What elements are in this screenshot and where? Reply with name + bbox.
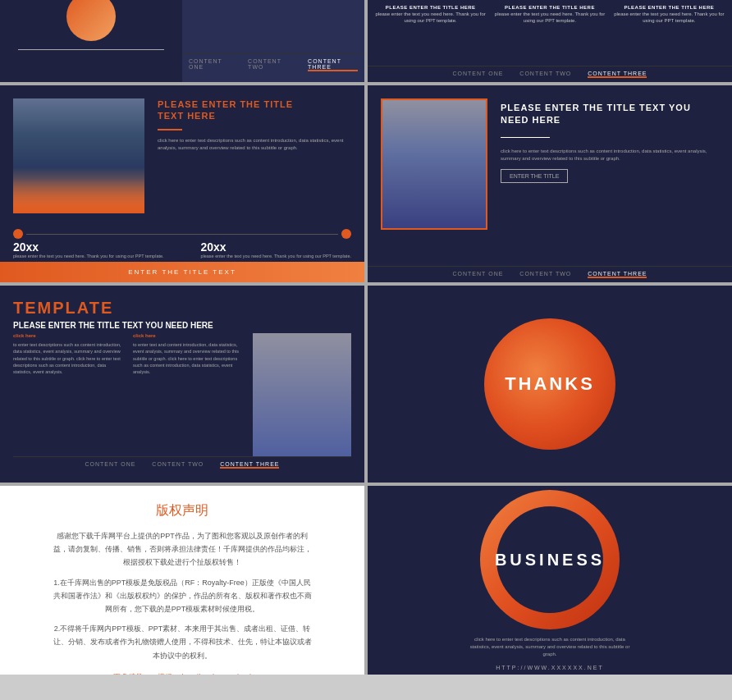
tl-item-2: 20xx please enter the text you need here… (200, 240, 351, 260)
nav-bar-1: CONTENT ONE CONTENT TWO CONTENT THREE (182, 53, 364, 75)
person-silhouette (382, 100, 486, 228)
content-col-2: PLEASE ENTER THE TITLE HERE please enter… (492, 5, 607, 61)
slide-6: THANKS (368, 286, 732, 483)
slide-4-title: PLEASE ENTER THE TITLE TEXT YOU NEED HER… (501, 102, 719, 127)
col3-title: PLEASE ENTER THE TITLE HERE (624, 5, 714, 10)
nav-2-content-one[interactable]: CONTENT ONE (453, 71, 504, 78)
col2-text: please enter the text you need here. Tha… (492, 11, 607, 25)
timeline-years: 20xx please enter the text you need here… (0, 239, 364, 262)
dot-1 (13, 229, 23, 239)
red-divider (158, 129, 182, 130)
slide-4: PLEASE ENTER THE TITLE TEXT YOU NEED HER… (368, 85, 732, 282)
slide-3-top: PLEASE ENTER THE TITLE TEXT HERE click h… (0, 85, 364, 229)
slide-4-right: PLEASE ENTER THE TITLE TEXT YOU NEED HER… (501, 98, 719, 253)
nav-1-content-one[interactable]: CONTENT ONE (189, 58, 231, 71)
building-graphic (13, 98, 144, 213)
footer-btn[interactable]: ENTER THE TITLE TEXT (0, 262, 364, 282)
white-line (501, 137, 550, 138)
slide-8: BUSINESS click here to enter text descri… (368, 486, 732, 675)
copyright-para2: 1.在千库网出售的PPT模板是免版税品（RF：Royalty-Free）正版使《… (51, 576, 313, 616)
col1-text: please enter the text you need here. Tha… (373, 11, 488, 25)
nav-2-content-two[interactable]: CONTENT TWO (519, 71, 571, 78)
thanks-text: THANKS (505, 373, 595, 395)
col3-text: please enter the text you need here. Tha… (611, 11, 727, 25)
business-ring: BUSINESS (480, 490, 620, 629)
nav-bar-5: CONTENT ONE CONTENT TWO CONTENT THREE (13, 456, 351, 473)
building-photo (13, 98, 144, 213)
tl-text-1: please enter the text you need here. Tha… (13, 254, 164, 260)
dot-2 (341, 229, 351, 239)
business-text: BUSINESS (495, 551, 605, 570)
slide-1-left (0, 0, 182, 82)
nav-5-content-two[interactable]: CONTENT TWO (152, 461, 204, 469)
year-1: 20xx (13, 240, 39, 254)
nav-1-content-two[interactable]: CONTENT TWO (248, 58, 291, 71)
tl-text-2: please enter the text you need here. Tha… (200, 254, 351, 260)
click-link-2[interactable]: click here (133, 333, 243, 338)
nav-2-content-three[interactable]: CONTENT THREE (588, 71, 647, 78)
thanks-circle: THANKS (484, 318, 615, 450)
business-desc: click here to enter text descriptions su… (468, 636, 632, 658)
template-title: TEMPLATE (13, 299, 351, 318)
slide-5-content: click here to enter text descriptions su… (13, 333, 351, 456)
nav-4-content-two[interactable]: CONTENT TWO (519, 271, 571, 278)
person-photo-small (253, 333, 351, 456)
slide-1-right: CONTENT ONE CONTENT TWO CONTENT THREE (182, 0, 364, 82)
slide-4-top: PLEASE ENTER THE TITLE TEXT YOU NEED HER… (368, 85, 732, 266)
slide-1: CONTENT ONE CONTENT TWO CONTENT THREE (0, 0, 364, 82)
slide-3: PLEASE ENTER THE TITLE TEXT HERE click h… (0, 85, 364, 282)
nav-4-content-one[interactable]: CONTENT ONE (453, 271, 504, 278)
copyright-title: 版权声明 (156, 502, 208, 519)
slide-5-title: PLEASE ENTER THE TITLE TEXT YOU NEED HER… (13, 321, 351, 330)
col2-title: PLEASE ENTER THE TITLE HERE (505, 5, 595, 10)
link-url: http://588ku.com/ppt/ (181, 673, 250, 675)
nav-4-content-three[interactable]: CONTENT THREE (588, 271, 647, 278)
copyright-para1: 感谢您下载千库网平台上提供的PPT作品，为了图和您客观以及原创作者的利益，请勿复… (51, 529, 313, 570)
slide-5: TEMPLATE PLEASE ENTER THE TITLE TEXT YOU… (0, 286, 364, 483)
click-link-1[interactable]: click here (13, 333, 123, 338)
business-url: HTTP://WWW.XXXXXX.NET (496, 665, 603, 670)
content-col-3: PLEASE ENTER THE TITLE HERE please enter… (611, 5, 727, 61)
nav-bar-4: CONTENT ONE CONTENT TWO CONTENT THREE (368, 266, 732, 282)
slide-3-text: PLEASE ENTER THE TITLE TEXT HERE click h… (158, 98, 351, 216)
link-label: 更多精品PPT模板： (113, 673, 180, 675)
content-col-1: PLEASE ENTER THE TITLE HERE please enter… (373, 5, 488, 61)
slide-2: PLEASE ENTER THE TITLE HERE please enter… (368, 0, 732, 82)
slide-5-col2: click here to enter text and content int… (133, 333, 243, 456)
nav-5-content-one[interactable]: CONTENT ONE (85, 461, 136, 469)
col2-text: to enter text and content introduction, … (133, 341, 243, 375)
nav-1-content-three[interactable]: CONTENT THREE (308, 58, 358, 71)
timeline (0, 229, 364, 239)
enter-title-btn[interactable]: ENTER THE TITLE (501, 169, 568, 183)
slide-5-col1: click here to enter text descriptions su… (13, 333, 123, 456)
slide-2-content: PLEASE ENTER THE TITLE HERE please enter… (368, 0, 732, 66)
tl-line (26, 234, 338, 235)
col1-text: to enter text descriptions such as conte… (13, 341, 123, 375)
year-2: 20xx (200, 240, 226, 254)
tl-item-1: 20xx please enter the text you need here… (13, 240, 164, 260)
nav-bar-2: CONTENT ONE CONTENT TWO CONTENT THREE (368, 66, 732, 82)
slide-3-title: PLEASE ENTER THE TITLE TEXT HERE (158, 98, 351, 122)
col1-title: PLEASE ENTER THE TITLE HERE (386, 5, 476, 10)
copyright-link[interactable]: 更多精品PPT模板： http://588ku.com/ppt/ (113, 672, 250, 675)
slide-3-body: click here to enter text descriptions su… (158, 137, 351, 152)
person-photo (381, 98, 487, 230)
slide-4-body: click here to enter text descriptions su… (501, 148, 719, 162)
nav-5-content-three[interactable]: CONTENT THREE (220, 461, 279, 469)
copyright-para3: 2.不得将千库网内PPT模板、PPT素材、本来用于其出售、成者出租、证借、转让、… (51, 622, 313, 662)
copyright-panel: 版权声明 感谢您下载千库网平台上提供的PPT作品，为了图和您客观以及原创作者的利… (0, 486, 364, 675)
